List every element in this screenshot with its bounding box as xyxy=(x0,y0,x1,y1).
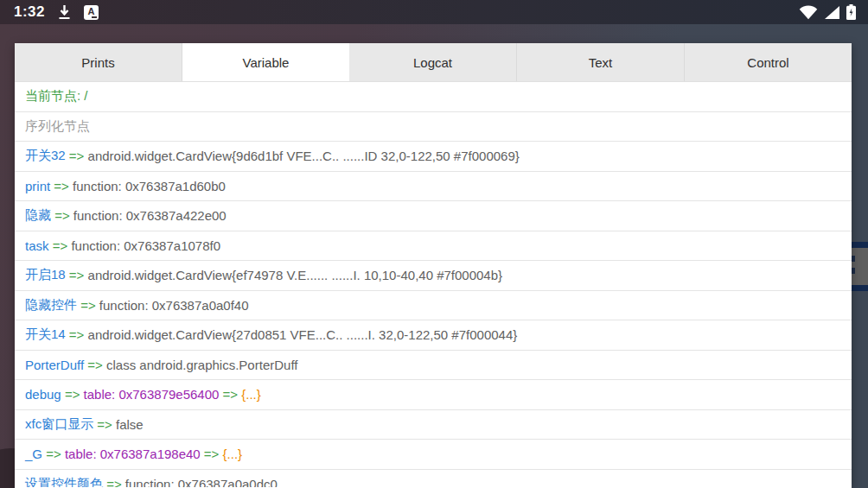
variable-row[interactable]: 当前节点: / xyxy=(15,82,852,112)
row-segment: => xyxy=(77,298,99,313)
row-segment: android.widget.CardView{27d0851 VFE...C.… xyxy=(88,327,518,342)
cellular-signal-icon xyxy=(825,6,839,19)
variable-row[interactable]: 开关32 => android.widget.CardView{9d6d1bf … xyxy=(15,142,852,172)
variable-row[interactable]: 设置控件颜色 => function: 0x76387a0a0dc0 xyxy=(15,470,852,488)
variable-row[interactable]: 序列化节点 xyxy=(15,112,852,143)
row-segment: table: 0x763879e56400 xyxy=(84,387,220,402)
row-segment: debug xyxy=(25,387,61,402)
row-segment: table: 0x76387a198e40 xyxy=(65,447,201,461)
row-segment: android.widget.CardView{ef74978 V.E.....… xyxy=(88,268,503,282)
row-segment: _G xyxy=(25,447,42,461)
row-segment: => xyxy=(219,387,241,402)
variable-list: 当前节点: /序列化节点开关32 => android.widget.CardV… xyxy=(15,82,852,487)
row-segment: 序列化节点 xyxy=(25,118,90,135)
row-segment: false xyxy=(116,417,144,432)
background-window-accent-top xyxy=(851,242,868,248)
row-segment: => xyxy=(49,238,72,253)
row-segment: function: 0x76387a422e00 xyxy=(73,208,227,223)
row-segment: => xyxy=(66,327,88,342)
row-segment: => xyxy=(84,358,106,372)
row-segment: android.widget.CardView{9d6d1bf VFE...C.… xyxy=(88,149,520,163)
variable-row[interactable]: 隐藏 => function: 0x76387a422e00 xyxy=(15,201,852,231)
variable-row[interactable]: PorterDuff => class android.graphics.Por… xyxy=(15,351,852,381)
row-segment: function: 0x76387a0a0dc0 xyxy=(125,477,278,487)
tab-variable[interactable]: Variable xyxy=(182,43,349,81)
row-segment: => xyxy=(66,149,88,163)
variable-row[interactable]: _G => table: 0x76387a198e40 => {...} xyxy=(15,440,852,470)
row-segment: => xyxy=(50,179,73,193)
status-bar-right xyxy=(799,4,859,20)
row-segment: => xyxy=(103,477,125,487)
variable-row[interactable]: xfc窗口显示 => false xyxy=(15,410,852,440)
variable-row[interactable]: task => function: 0x76387a1078f0 xyxy=(15,231,852,262)
row-segment: 开启18 xyxy=(25,267,66,283)
download-icon xyxy=(57,4,72,20)
input-method-icon: A xyxy=(84,5,99,20)
background-window-edge xyxy=(851,248,868,285)
row-segment: function: 0x76387a0a0f40 xyxy=(99,298,249,313)
row-segment: {...} xyxy=(223,447,243,461)
background-window-accent-bottom xyxy=(851,285,868,291)
row-segment: {...} xyxy=(241,387,261,402)
row-segment: => xyxy=(201,447,223,461)
row-segment: class android.graphics.PorterDuff xyxy=(106,358,298,372)
variable-row[interactable]: debug => table: 0x763879e56400 => {...} xyxy=(15,380,852,410)
row-segment: => xyxy=(93,417,116,432)
row-segment: => xyxy=(66,268,88,282)
row-segment: PorterDuff xyxy=(25,358,84,372)
variable-row[interactable]: 隐藏控件 => function: 0x76387a0a0f40 xyxy=(15,291,852,321)
row-segment: xfc窗口显示 xyxy=(25,416,93,433)
row-segment: 开关32 xyxy=(25,148,66,164)
row-segment: 当前节点: / xyxy=(25,88,88,105)
tab-prints[interactable]: Prints xyxy=(15,43,182,81)
row-segment: => xyxy=(61,387,84,402)
tab-control[interactable]: Control xyxy=(685,43,852,81)
tab-bar: PrintsVariableLogcatTextControl xyxy=(15,43,852,82)
row-segment: 隐藏 xyxy=(25,207,51,224)
row-segment: 隐藏控件 xyxy=(25,297,77,314)
debugger-dialog: PrintsVariableLogcatTextControl 当前节点: /序… xyxy=(15,43,852,488)
variable-row[interactable]: 开关14 => android.widget.CardView{27d0851 … xyxy=(15,320,852,351)
row-segment: => xyxy=(42,447,65,461)
row-segment: => xyxy=(51,208,73,223)
variable-row[interactable]: 开启18 => android.widget.CardView{ef74978 … xyxy=(15,261,852,291)
status-bar: 1:32 A xyxy=(0,0,868,24)
clock: 1:32 xyxy=(9,3,45,21)
tab-logcat[interactable]: Logcat xyxy=(349,43,517,81)
variable-row[interactable]: print => function: 0x76387a1d60b0 xyxy=(15,172,852,202)
status-bar-left: 1:32 A xyxy=(9,3,99,21)
wifi-icon xyxy=(799,5,818,20)
row-segment: 设置控件颜色 xyxy=(25,476,103,487)
row-segment: function: 0x76387a1078f0 xyxy=(71,238,220,253)
tab-text[interactable]: Text xyxy=(517,43,685,81)
battery-charging-icon xyxy=(846,4,856,20)
row-segment: function: 0x76387a1d60b0 xyxy=(73,179,226,193)
row-segment: task xyxy=(25,238,49,253)
row-segment: print xyxy=(25,179,50,193)
row-segment: 开关14 xyxy=(25,326,66,343)
